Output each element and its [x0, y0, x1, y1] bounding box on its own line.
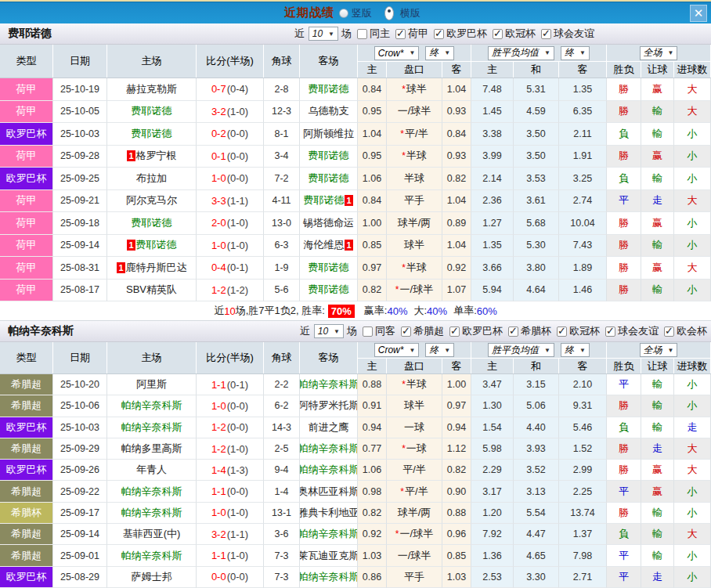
table-row: 荷甲25-09-21阿尔克马尔3-3(1-1)4-11费耶诺德10.84平手1.… — [0, 190, 711, 213]
league-checkbox[interactable] — [401, 326, 411, 337]
mean-home-odds: 2.14 — [471, 168, 514, 190]
wdl-mean-select[interactable]: 胜平负均值▼ — [488, 46, 554, 60]
home-odds: 0.92 — [358, 524, 387, 545]
handicap-line: 球半 — [387, 395, 442, 417]
final-select[interactable]: 终▼ — [561, 343, 590, 357]
match-date: 25-09-22 — [53, 481, 107, 502]
horizontal-layout-radio[interactable] — [384, 6, 394, 20]
filter-bar: 近10▼场同客希腊超欧罗巴杯希腊杯欧冠杯球会友谊欧会杯 — [300, 324, 711, 338]
column-header: 客 — [559, 62, 607, 78]
same-venue-label: 同客 — [375, 324, 395, 338]
away-odds: 0.93 — [442, 101, 471, 124]
home-odds: 1.06 — [358, 168, 387, 190]
handicap-text: 一/球半 — [400, 283, 434, 297]
column-header: 胜负 — [607, 359, 641, 373]
home-odds: 1.00 — [358, 212, 387, 235]
home-team-name: 费耶诺德 — [132, 216, 172, 230]
halftime-score: (0-1) — [227, 262, 248, 273]
home-team: 帕纳辛奈科斯 — [107, 417, 197, 438]
match-count-select[interactable]: 10▼ — [309, 27, 338, 41]
full-match-select[interactable]: 全场▼ — [640, 46, 678, 60]
handicap-line: *一/球半 — [387, 280, 442, 302]
home-team: 赫拉克勒斯 — [107, 78, 197, 101]
league-checkbox[interactable] — [664, 326, 674, 337]
select-value: 终 — [565, 344, 574, 357]
home-team-name: 布拉加 — [136, 171, 167, 186]
corners: 7-3 — [264, 545, 300, 566]
select-value: 全场 — [644, 46, 662, 60]
corners: 14-3 — [264, 417, 300, 438]
league-checkbox[interactable] — [395, 29, 406, 39]
summary-stat-label: 单率: — [453, 304, 477, 318]
league-checkbox[interactable] — [557, 326, 567, 337]
column-header: 主 — [471, 62, 514, 78]
mean-draw-odds: 3.80 — [514, 257, 559, 280]
handicap-result: 輸 — [641, 417, 674, 438]
halftime-score: (1-0) — [227, 443, 248, 455]
final-select[interactable]: 终▼ — [561, 46, 590, 60]
match-count-select[interactable]: 10▼ — [314, 324, 344, 338]
chevron-down-icon: ▼ — [409, 347, 415, 354]
league-checkbox[interactable] — [449, 326, 460, 337]
home-team: 帕纳多里高斯 — [107, 438, 197, 460]
home-team-name: 费耶诺德 — [132, 104, 172, 118]
handicap-line: 平手 — [387, 567, 442, 588]
column-header: 主 — [358, 62, 387, 78]
handicap-text: 半球 — [404, 171, 424, 186]
vertical-layout-radio[interactable] — [339, 9, 348, 18]
full-match-select[interactable]: 全场▼ — [640, 343, 678, 357]
league-checkbox-label: 球会友谊 — [554, 27, 594, 41]
mean-draw-odds: 5.30 — [514, 235, 559, 258]
column-header: 让球 — [641, 359, 674, 373]
chevron-down-icon: ▼ — [668, 347, 674, 354]
odds-selects-row: Crow*▼终▼胜平负均值▼终▼全场▼ — [358, 45, 711, 62]
close-icon[interactable]: ✕ — [690, 5, 707, 22]
final-select[interactable]: 终▼ — [425, 46, 454, 60]
chevron-down-icon: ▼ — [579, 347, 586, 354]
score: 0-1(0-0) — [197, 146, 264, 168]
league-checkbox[interactable] — [508, 326, 518, 337]
mean-select-group: 胜平负均值▼终▼ — [471, 342, 607, 358]
league-type-badge: 荷甲 — [0, 146, 53, 168]
home-team: 帕纳辛奈科斯 — [107, 481, 197, 502]
halftime-score: (0-0) — [227, 128, 248, 139]
wdl-mean-select[interactable]: 胜平负均值▼ — [488, 343, 554, 357]
match-result: 負 — [607, 123, 641, 146]
summary-stat-value: 40% — [427, 305, 447, 317]
table-row: 欧罗巴杯25-08-29萨姆士邦0-0(0-0)7-3帕纳辛奈科斯0.86平手1… — [0, 567, 711, 588]
match-result: 負 — [607, 168, 641, 190]
away-odds: 0.94 — [442, 417, 471, 438]
match-result: 勝 — [607, 212, 641, 235]
mean-away-odds: 3.25 — [559, 168, 607, 190]
league-checkbox[interactable] — [493, 29, 503, 39]
handicap-text: 球半/两 — [398, 216, 431, 230]
mean-home-odds: 1.45 — [471, 101, 514, 124]
handicap-text: 一球 — [406, 442, 427, 456]
league-type-badge: 荷甲 — [0, 212, 53, 235]
same-venue-checkbox[interactable] — [357, 29, 367, 39]
final-select[interactable]: 终▼ — [425, 343, 454, 357]
home-team-name: 阿里斯 — [136, 377, 167, 391]
handicap-text: 一球 — [404, 420, 424, 435]
same-venue-checkbox[interactable] — [363, 326, 373, 337]
vertical-layout-label[interactable]: 竖版 — [352, 6, 372, 20]
handicap-result: 輸 — [641, 503, 674, 524]
away-team-name: 奥林匹亚科斯 — [300, 485, 358, 499]
bookmaker-select[interactable]: Crow*▼ — [374, 46, 420, 60]
league-checkbox[interactable] — [434, 29, 444, 39]
bookmaker-select[interactable]: Crow*▼ — [374, 343, 420, 357]
fulltime-score: 1-0 — [211, 172, 226, 184]
halftime-score: (0-0) — [227, 172, 248, 184]
handicap-result: 走 — [641, 567, 674, 588]
home-team: 帕纳辛奈科斯 — [107, 545, 197, 566]
halftime-score: (1-0) — [227, 550, 248, 561]
fulltime-score: 1-2 — [211, 443, 226, 455]
league-checkbox[interactable] — [541, 29, 551, 39]
table-row: 欧罗巴杯25-09-26年青人1-4(1-3)9-4帕纳辛奈科斯1.06平/半0… — [0, 460, 711, 481]
chevron-down-icon: ▼ — [544, 49, 550, 56]
match-result: 勝 — [607, 257, 641, 280]
horizontal-layout-label[interactable]: 横版 — [400, 6, 420, 20]
league-checkbox[interactable] — [605, 326, 615, 337]
match-result: 勝 — [607, 438, 641, 460]
score: 1-0(1-0) — [197, 235, 264, 258]
